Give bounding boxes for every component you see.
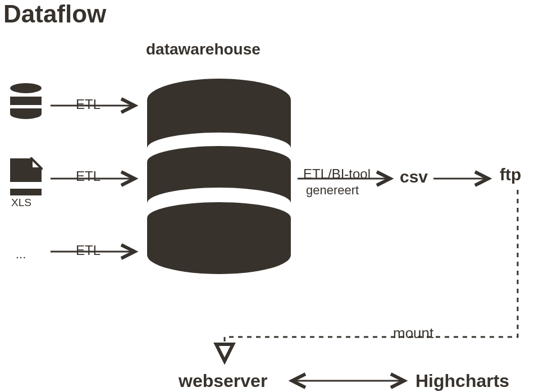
arrows-layer bbox=[0, 0, 539, 392]
